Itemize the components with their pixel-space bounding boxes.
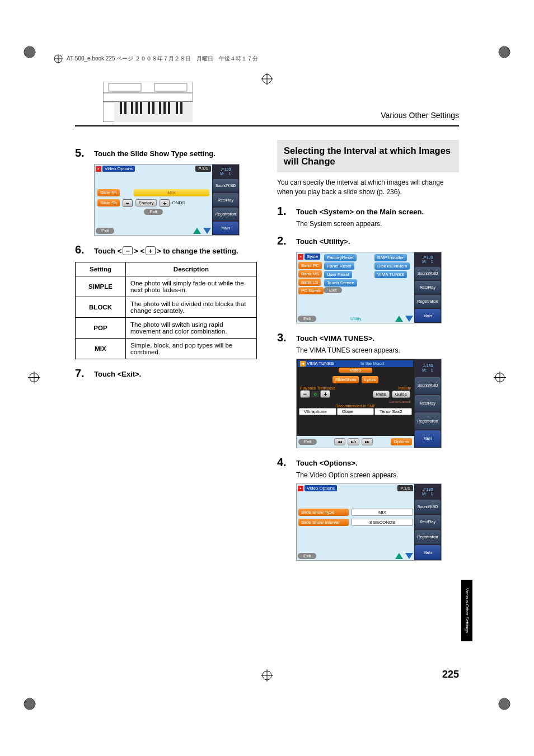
table-row: MIXSimple, block, and pop types will be … (76, 339, 257, 359)
rec-play-button: Rec/Play (415, 395, 441, 412)
panelreset-button: Panel Reset (324, 262, 354, 270)
system-utility-screenshot: ×Syste FactoryReset Panel Reset User Res… (296, 252, 459, 323)
step-7-text: Touch <Exit>. (94, 367, 141, 380)
settings-table: SettingDescription SIMPLEOne photo will … (75, 262, 257, 359)
thumb-tab-text: Various Other Settings (465, 588, 470, 633)
forward-button: ▸▸ (362, 438, 373, 445)
instrument-1: Vibraphone (299, 408, 336, 415)
svg-rect-38 (168, 102, 170, 114)
vima-tunes-button: VIMA TUNES (374, 271, 407, 278)
svg-point-5 (24, 698, 35, 710)
bank-ms-label: Bank MS (298, 270, 322, 278)
step-3-text: Touch <VIMA TUNES>. (296, 331, 374, 344)
mute-button: Mute (373, 391, 390, 398)
sound-kbd-button: Sound/KBD (415, 267, 441, 280)
tempo-indicator: ♩=130 M: 1 (415, 360, 441, 377)
rec-play-button: Rec/Play (415, 515, 441, 529)
panel-title: Video Options (102, 166, 135, 172)
step-2-text: Touch <Utility>. (296, 234, 350, 247)
svg-rect-24 (103, 93, 193, 102)
step-3-number: 3. (277, 331, 291, 344)
svg-rect-37 (163, 102, 166, 114)
minus-button: − (300, 390, 310, 398)
book-icon (53, 54, 63, 64)
svg-rect-30 (124, 102, 127, 114)
page-content: Various Other Settings 5. Touch the Slid… (75, 82, 459, 680)
svg-rect-36 (159, 102, 161, 114)
step-4-text: Touch <Options>. (296, 456, 358, 469)
options-button: Options (391, 438, 412, 445)
play-pause-button: ▸/▪ (348, 438, 359, 445)
tempo-indicator: ♩=130 M: 1 (415, 253, 441, 266)
svg-rect-32 (135, 102, 138, 114)
factory-button: Factory (135, 199, 157, 206)
header-text: AT-500_e.book 225 ページ ２００８年７月２８日 月曜日 午後４… (67, 55, 258, 63)
video-tab: Video (339, 368, 372, 373)
slide-show-type-label: Slide Show Type (298, 509, 349, 516)
registration-button: Registration (415, 412, 441, 429)
svg-rect-33 (140, 102, 142, 114)
running-head: Various Other Settings (381, 111, 459, 120)
crop-mark-tr (496, 44, 513, 60)
song-title: In the Mood (360, 361, 384, 367)
slide-show-interval-label: Slide Sh (97, 199, 120, 206)
right-column: Selecting the Interval at which Images w… (277, 140, 459, 569)
svg-rect-40 (180, 102, 182, 114)
rec-play-button: Rec/Play (213, 193, 238, 206)
registration-button: Registration (415, 295, 441, 308)
thumb-tab: Various Other Settings (461, 580, 472, 641)
main-button: Main (415, 545, 441, 559)
step6-prefix: Touch < (94, 247, 121, 255)
up-arrow-icon (395, 553, 403, 559)
table-row: SIMPLEOne photo will simply fade-out whi… (76, 276, 257, 297)
step-1-number: 1. (277, 205, 291, 218)
slide-show-interval-label: Slide Show Interval (298, 519, 349, 526)
col-setting: Setting (76, 262, 126, 276)
factoryreset-button: FactoryReset (324, 254, 357, 261)
playback-transpose-label: Playback Transpose (300, 386, 335, 390)
popup-exit-button: Exit (324, 287, 342, 293)
svg-rect-35 (152, 102, 154, 114)
step-1-sub: The System screen appears. (296, 220, 459, 228)
transpose-value: 0 (311, 391, 319, 397)
sound-kbd-button: Sound/KBD (415, 377, 441, 394)
step-5-text: Touch the Slide Show Type setting. (94, 147, 216, 159)
bmp-installer-button: BMP Installer (374, 254, 406, 261)
close-icon: × (298, 254, 303, 260)
instrument-3: Tenor Sax2 (374, 408, 412, 415)
vima-tunes-screenshot: ◂ VIMA TUNES In the Mood Video SlideShow… (296, 359, 459, 448)
device-illustration (103, 82, 193, 124)
panel-title: Video Options (305, 485, 337, 491)
plus-button: + (160, 199, 170, 207)
step-4-number: 4. (277, 456, 291, 469)
svg-point-7 (499, 698, 510, 710)
step-6-number: 6. (75, 243, 88, 256)
step-6-text: Touch <−> <+> to change the setting. (94, 243, 238, 256)
down-arrow-icon (405, 316, 413, 322)
send-pc-label: Send PC (298, 262, 322, 269)
header-rule (75, 125, 459, 126)
tempo-indicator: ♩=130 M: 1 (213, 165, 238, 178)
page-number: 225 (442, 669, 459, 680)
minus-button: − (123, 199, 133, 207)
up-arrow-icon (193, 228, 201, 234)
lyrics-button: Lyrics (362, 376, 379, 383)
melody-label: Melody (398, 386, 411, 390)
page-indicator: P.1/1 (397, 485, 413, 491)
svg-rect-29 (120, 102, 122, 114)
main-button: Main (415, 309, 441, 322)
minus-key-icon: − (123, 246, 133, 255)
video-options-screenshot-1: ▪Video Options P.1/1 Slide Sh MIX Slide … (94, 164, 257, 236)
main-button: Main (213, 222, 238, 234)
step-7-number: 7. (75, 367, 88, 380)
center-cancel-label: CenterCancel (389, 400, 410, 403)
main-button: Main (415, 430, 441, 447)
framemaker-header: AT-500_e.book 225 ページ ２００８年７月２８日 月曜日 午後４… (53, 54, 258, 64)
svg-rect-34 (148, 102, 150, 114)
step-5-number: 5. (75, 147, 88, 159)
table-row: BLOCKThe photo will be divided into bloc… (76, 297, 257, 318)
exit-button: Exit (298, 316, 316, 322)
step6-suffix: > to change the setting. (157, 247, 238, 255)
back-icon: ◂ (300, 361, 306, 367)
registration-button: Registration (213, 208, 238, 220)
